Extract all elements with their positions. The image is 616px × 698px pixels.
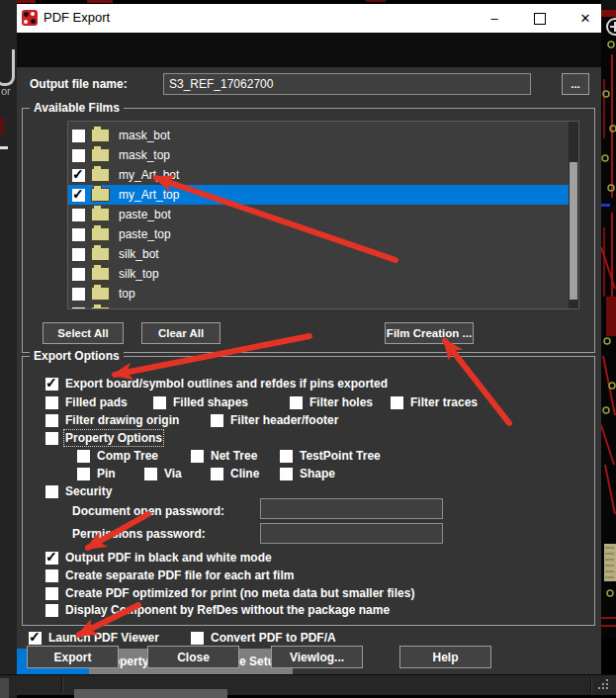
checkbox-filter-header-footer[interactable]: Filter header/footer [211, 412, 338, 428]
checkbox-filled-pads[interactable]: Filled pads [45, 394, 128, 410]
film-checkbox[interactable] [72, 268, 85, 281]
tab-bar: PDF Export Property Parameters Page Setu… [17, 33, 601, 67]
film-checkbox[interactable] [72, 248, 85, 261]
folder-icon [91, 247, 110, 261]
films-scrollbar[interactable] [569, 122, 578, 308]
film-checkbox[interactable] [72, 149, 85, 162]
checkbox-filter-holes[interactable]: Filter holes [290, 394, 373, 410]
checkbox-launch-pdf-viewer[interactable]: Launch PDF Viewer [29, 630, 159, 646]
viewlog-button[interactable]: Viewlog... [271, 646, 363, 668]
checkbox-box[interactable] [77, 450, 90, 463]
checkbox-box[interactable] [45, 552, 58, 565]
background-fragment [74, 689, 227, 698]
select-all-button[interactable]: Select All [43, 322, 124, 344]
close-button[interactable]: ✕ [569, 4, 602, 33]
checkbox-via[interactable]: Via [144, 466, 182, 481]
checkbox-comp-tree[interactable]: Comp Tree [77, 448, 158, 464]
checkbox-box[interactable] [211, 414, 223, 427]
checkbox-box[interactable] [45, 569, 58, 582]
film-checkbox[interactable] [72, 130, 85, 142]
list-item[interactable]: silk_bot [68, 244, 569, 264]
film-checkbox[interactable] [72, 228, 85, 241]
checkbox-security[interactable]: Security [45, 483, 112, 499]
list-item[interactable]: mask_bot [68, 126, 569, 145]
checkbox-refdes-display[interactable]: Display Component by RefDes without the … [45, 602, 390, 618]
list-item[interactable]: paste_bot [68, 205, 569, 224]
doc-password-input[interactable] [260, 498, 443, 519]
checkbox-box[interactable] [391, 396, 403, 409]
export-options-title: Export Options [30, 349, 124, 363]
checkbox-box[interactable] [45, 396, 58, 409]
scrollbar-thumb[interactable] [570, 162, 577, 300]
checkbox-label: TestPoint Tree [300, 449, 381, 463]
checkbox-shape[interactable]: Shape [280, 466, 335, 481]
close-dialog-button[interactable]: Close [147, 646, 239, 668]
film-checkbox[interactable] [72, 288, 85, 301]
checkbox-cline[interactable]: Cline [211, 466, 259, 481]
folder-icon [91, 227, 110, 241]
checkbox-box[interactable] [191, 632, 204, 645]
checkbox-testpoint-tree[interactable]: TestPoint Tree [280, 448, 381, 464]
checkbox-filter-drawing-origin[interactable]: Filter drawing origin [45, 412, 179, 428]
checkbox-net-tree[interactable]: Net Tree [191, 448, 257, 464]
list-item[interactable]: paste_top [68, 224, 569, 244]
checkbox-label: Filter header/footer [230, 413, 338, 427]
checkbox-box[interactable] [45, 587, 58, 600]
checkbox-optimized-print[interactable]: Create PDF optimized for print (no meta … [45, 585, 414, 601]
perm-password-input[interactable] [260, 523, 443, 544]
resize-grip[interactable] [594, 677, 610, 691]
pcb-canvas-strip [601, 0, 616, 638]
checkbox-box[interactable] [290, 396, 303, 409]
checkbox-property-options[interactable]: Property Options [45, 430, 162, 446]
film-checkbox[interactable] [72, 307, 85, 310]
status-separator [590, 677, 591, 693]
films-list[interactable]: mask_bot mask_top my_Art_bot my_Art_top … [67, 121, 579, 309]
help-button[interactable]: Help [399, 646, 491, 668]
list-item[interactable]: my_Art_top [68, 185, 569, 205]
checkbox-box[interactable] [280, 468, 293, 480]
checkbox-pin[interactable]: Pin [77, 466, 116, 481]
folder-icon [91, 208, 110, 221]
clear-all-button[interactable]: Clear All [141, 322, 220, 344]
film-checkbox[interactable] [72, 209, 85, 221]
browse-button[interactable]: ... [562, 73, 589, 95]
checkbox-box[interactable] [280, 450, 293, 463]
checkbox-box[interactable] [45, 414, 58, 427]
checkbox-box[interactable] [77, 468, 90, 480]
checkbox-label: Create separate PDF file for each art fi… [65, 568, 294, 582]
minimize-button[interactable]: – [478, 4, 511, 33]
checkbox-box[interactable] [191, 450, 204, 463]
checkbox-box[interactable] [45, 604, 58, 617]
checkbox-export-outlines[interactable]: Export board/symbol outlines and refdes … [45, 376, 388, 392]
list-item[interactable]: vcc [68, 304, 569, 309]
film-checkbox[interactable] [72, 189, 85, 202]
checkbox-label: Filter drawing origin [65, 413, 179, 427]
film-creation-button[interactable]: Film Creation ... [385, 322, 474, 344]
checkbox-filter-traces[interactable]: Filter traces [391, 394, 478, 410]
output-file-input[interactable] [163, 73, 531, 95]
checkbox-box[interactable] [45, 378, 58, 391]
film-name: top [119, 287, 135, 301]
export-button[interactable]: Export [27, 646, 119, 668]
checkbox-label: Cline [230, 467, 259, 480]
checkbox-box[interactable] [153, 396, 166, 409]
checkbox-box[interactable] [144, 468, 157, 480]
checkbox-bw-mode[interactable]: Output PDF in black and white mode [45, 550, 272, 566]
checkbox-box[interactable] [45, 432, 58, 445]
checkbox-box[interactable] [211, 468, 223, 480]
doc-password-label: Document open password: [72, 504, 224, 518]
checkbox-box[interactable] [29, 632, 42, 645]
maximize-button[interactable] [523, 4, 557, 33]
list-item[interactable]: my_Art_bot [68, 165, 569, 185]
film-name: mask_top [119, 148, 170, 162]
list-item[interactable]: top [68, 284, 569, 304]
checkbox-convert-pdfa[interactable]: Convert PDF to PDF/A [191, 630, 336, 646]
title-bar[interactable]: PDF Export – ✕ [17, 4, 601, 33]
checkbox-filled-shapes[interactable]: Filled shapes [153, 394, 248, 410]
list-item[interactable]: mask_top [68, 145, 569, 165]
tab-content: Output file name: ... Available Films ma… [17, 67, 601, 674]
checkbox-separate-pdf[interactable]: Create separate PDF file for each art fi… [45, 567, 294, 583]
list-item[interactable]: silk_top [68, 264, 569, 284]
checkbox-box[interactable] [45, 485, 58, 498]
film-checkbox[interactable] [72, 169, 85, 182]
